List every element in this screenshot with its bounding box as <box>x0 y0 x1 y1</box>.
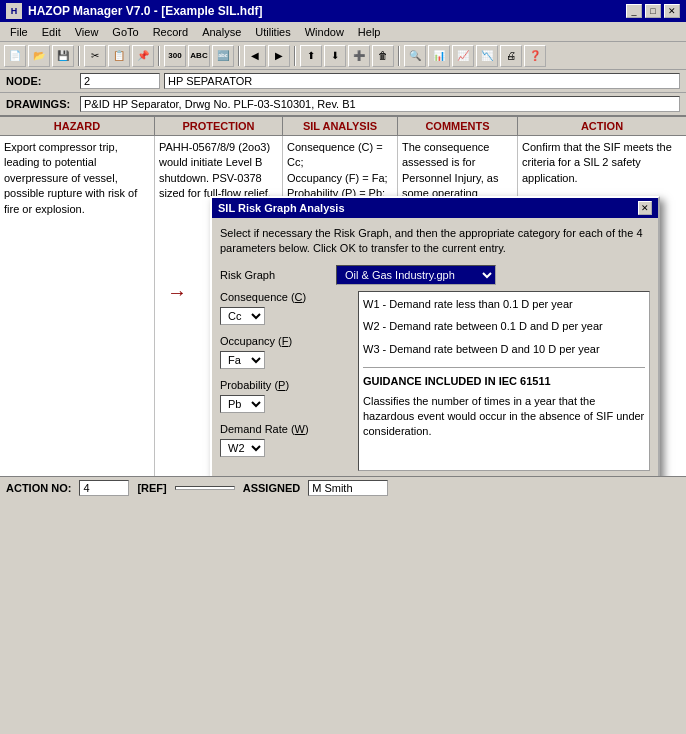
probability-select[interactable]: Pa Pb <box>220 395 265 413</box>
toolbar-btn-18[interactable]: 🖨 <box>500 45 522 67</box>
toolbar-btn-5[interactable]: 300 <box>164 45 186 67</box>
w2-desc: W2 - Demand rate between 0.1 D and D per… <box>363 318 645 335</box>
toolbar-sep-1 <box>78 46 80 66</box>
bottom-bar: ACTION NO: 4 [REF] ASSIGNED M Smith <box>0 476 686 499</box>
consequence-select[interactable]: Ca Cb Cc Cd <box>220 307 265 325</box>
probability-label: Probability (P) <box>220 379 300 391</box>
toolbar-btn-7[interactable]: 🔤 <box>212 45 234 67</box>
toolbar-btn-8[interactable]: ◀ <box>244 45 266 67</box>
arrow-indicator: → <box>167 281 187 304</box>
toolbar-open[interactable]: 📂 <box>28 45 50 67</box>
main-content: Export compressor trip, leading to poten… <box>0 136 686 476</box>
cell-hazard[interactable]: Export compressor trip, leading to poten… <box>0 136 155 476</box>
app-title: HAZOP Manager V7.0 - [Example SIL.hdf] <box>28 4 263 18</box>
guidance-text: Classifies the number of times in a year… <box>363 394 645 440</box>
ref-value[interactable] <box>175 486 235 490</box>
ref-label: [REF] <box>137 482 166 494</box>
dialog-description: Select if necessary the Risk Graph, and … <box>220 226 650 257</box>
header-hazard: HAZARD <box>0 117 155 135</box>
toolbar-paste[interactable]: 📌 <box>132 45 154 67</box>
toolbar-sep-2 <box>158 46 160 66</box>
guidance-title: GUIDANCE INCLUDED IN IEC 61511 <box>363 375 551 387</box>
menu-analyse[interactable]: Analyse <box>196 24 247 40</box>
title-bar-left: H HAZOP Manager V7.0 - [Example SIL.hdf] <box>6 3 263 19</box>
risk-graph-label: Risk Graph <box>220 269 330 281</box>
menu-file[interactable]: File <box>4 24 34 40</box>
assigned-value[interactable]: M Smith <box>308 480 388 496</box>
title-bar: H HAZOP Manager V7.0 - [Example SIL.hdf]… <box>0 0 686 22</box>
consequence-select-row: Ca Cb Cc Cd <box>220 307 350 325</box>
demand-rate-row: Demand Rate (W) <box>220 423 350 435</box>
guidance-section: GUIDANCE INCLUDED IN IEC 61511 Classifie… <box>363 367 645 440</box>
close-button[interactable]: ✕ <box>664 4 680 18</box>
header-action: ACTION <box>518 117 686 135</box>
app-icon: H <box>6 3 22 19</box>
dialog-body: Select if necessary the Risk Graph, and … <box>212 218 658 476</box>
action-value[interactable]: 4 <box>79 480 129 496</box>
w3-desc: W3 - Demand rate between D and 10 D per … <box>363 341 645 358</box>
menu-help[interactable]: Help <box>352 24 387 40</box>
toolbar-btn-15[interactable]: 📊 <box>428 45 450 67</box>
drawings-value[interactable]: P&ID HP Separator, Drwg No. PLF-03-S1030… <box>80 96 680 112</box>
node-label: NODE: <box>6 75 76 87</box>
w1-desc: W1 - Demand rate less than 0.1 D per yea… <box>363 296 645 313</box>
toolbar-btn-19[interactable]: ❓ <box>524 45 546 67</box>
toolbar: 📄 📂 💾 ✂ 📋 📌 300 ABC 🔤 ◀ ▶ ⬆ ⬇ ➕ 🗑 🔍 📊 📈 … <box>0 42 686 70</box>
menu-view[interactable]: View <box>69 24 105 40</box>
toolbar-copy[interactable]: 📋 <box>108 45 130 67</box>
assigned-label: ASSIGNED <box>243 482 300 494</box>
minimize-button[interactable]: _ <box>626 4 642 18</box>
menu-record[interactable]: Record <box>147 24 194 40</box>
probability-select-row: Pa Pb <box>220 395 350 413</box>
toolbar-sep-5 <box>398 46 400 66</box>
header-protection: PROTECTION <box>155 117 283 135</box>
probability-row: Probability (P) <box>220 379 350 391</box>
dialog-title-bar: SIL Risk Graph Analysis ✕ <box>212 198 658 218</box>
occupancy-row: Occupancy (F) <box>220 335 350 347</box>
toolbar-btn-11[interactable]: ⬇ <box>324 45 346 67</box>
toolbar-btn-17[interactable]: 📉 <box>476 45 498 67</box>
node-description[interactable]: HP SEPARATOR <box>164 73 680 89</box>
params-description: W1 - Demand rate less than 0.1 D per yea… <box>358 291 650 471</box>
toolbar-btn-12[interactable]: ➕ <box>348 45 370 67</box>
demand-rate-label: Demand Rate (W) <box>220 423 309 435</box>
header-sil: SIL ANALYSIS <box>283 117 398 135</box>
params-left: Consequence (C) Ca Cb Cc Cd Occupancy (F… <box>220 291 350 471</box>
occupancy-select[interactable]: Fa Fb <box>220 351 265 369</box>
dialog-params: Consequence (C) Ca Cb Cc Cd Occupancy (F… <box>220 291 650 471</box>
risk-graph-select[interactable]: Oil & Gas Industry.gph <box>336 265 496 285</box>
consequence-row: Consequence (C) <box>220 291 350 303</box>
toolbar-new[interactable]: 📄 <box>4 45 26 67</box>
toolbar-save[interactable]: 💾 <box>52 45 74 67</box>
toolbar-btn-6[interactable]: ABC <box>188 45 210 67</box>
dialog-title: SIL Risk Graph Analysis <box>218 202 345 214</box>
maximize-button[interactable]: □ <box>645 4 661 18</box>
node-bar: NODE: 2 HP SEPARATOR <box>0 70 686 93</box>
table-header: HAZARD PROTECTION SIL ANALYSIS COMMENTS … <box>0 117 686 136</box>
menu-goto[interactable]: GoTo <box>106 24 144 40</box>
demand-rate-select-row: W1 W2 W3 <box>220 439 350 457</box>
menu-utilities[interactable]: Utilities <box>249 24 296 40</box>
menu-window[interactable]: Window <box>299 24 350 40</box>
dialog-close-button[interactable]: ✕ <box>638 201 652 215</box>
drawings-label: DRAWINGS: <box>6 98 76 110</box>
toolbar-btn-9[interactable]: ▶ <box>268 45 290 67</box>
consequence-label: Consequence (C) <box>220 291 306 303</box>
toolbar-btn-13[interactable]: 🗑 <box>372 45 394 67</box>
toolbar-btn-10[interactable]: ⬆ <box>300 45 322 67</box>
toolbar-cut[interactable]: ✂ <box>84 45 106 67</box>
occupancy-select-row: Fa Fb <box>220 351 350 369</box>
toolbar-btn-14[interactable]: 🔍 <box>404 45 426 67</box>
toolbar-sep-4 <box>294 46 296 66</box>
node-value[interactable]: 2 <box>80 73 160 89</box>
occupancy-label: Occupancy (F) <box>220 335 300 347</box>
drawings-bar: DRAWINGS: P&ID HP Separator, Drwg No. PL… <box>0 93 686 117</box>
toolbar-sep-3 <box>238 46 240 66</box>
title-controls: _ □ ✕ <box>626 4 680 18</box>
action-label: ACTION NO: <box>6 482 71 494</box>
demand-rate-select[interactable]: W1 W2 W3 <box>220 439 265 457</box>
toolbar-btn-16[interactable]: 📈 <box>452 45 474 67</box>
sil-dialog: SIL Risk Graph Analysis ✕ Select if nece… <box>210 196 660 476</box>
risk-graph-row: Risk Graph Oil & Gas Industry.gph <box>220 265 650 285</box>
menu-edit[interactable]: Edit <box>36 24 67 40</box>
